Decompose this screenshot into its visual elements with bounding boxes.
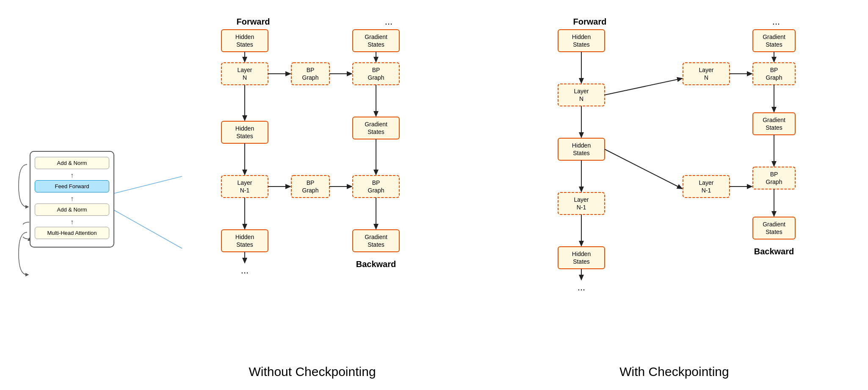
multi-head-attention: Multi-Head Attention [35,227,109,239]
svg-text:Hidden: Hidden [572,33,590,40]
svg-text:N-1: N-1 [701,187,711,194]
without-checkpointing-diagram: Forward ... Hidden States La [131,8,493,360]
with-checkpointing-diagram: Forward ... Hidden States [493,8,855,360]
svg-rect-91 [753,113,795,135]
svg-text:Gradient: Gradient [763,33,785,40]
transformer-box: Add & Norm ↑ Feed Forward ↑ Add & Norm ↑… [30,151,114,248]
svg-rect-87 [753,30,795,52]
svg-text:Graph: Graph [766,178,782,185]
svg-text:States: States [766,228,782,235]
svg-rect-83 [753,63,795,85]
svg-text:Hidden: Hidden [572,142,590,149]
add-norm-bottom: Add & Norm [35,203,109,216]
svg-line-108 [605,149,682,189]
with-checkpointing-section: Forward ... Hidden States [493,8,855,382]
without-checkpointing-svg: Forward ... Hidden States La [185,13,440,360]
svg-text:Layer: Layer [237,67,252,73]
svg-text:N: N [579,95,583,102]
svg-rect-14 [221,121,268,143]
svg-text:Gradient: Gradient [763,117,785,123]
up-arrow-3: ↑ [35,218,109,226]
svg-text:States: States [573,150,590,156]
svg-text:BP: BP [306,179,314,186]
svg-text:BP: BP [306,67,314,73]
svg-rect-48 [353,176,399,198]
svg-text:Graph: Graph [368,74,384,81]
svg-text:Graph: Graph [368,187,384,194]
feed-forward-block: Feed Forward [35,180,109,192]
add-norm-top: Add & Norm [35,157,109,169]
svg-text:Gradient: Gradient [365,33,387,40]
svg-rect-62 [558,84,605,106]
up-arrow-1: ↑ [35,172,109,179]
svg-rect-79 [683,63,730,85]
svg-text:Hidden: Hidden [572,251,590,257]
svg-rect-58 [558,30,605,52]
svg-text:Backward: Backward [754,247,794,256]
svg-text:N-1: N-1 [240,187,249,194]
svg-rect-32 [291,176,329,198]
svg-text:Hidden: Hidden [235,33,254,40]
svg-text:Gradient: Gradient [763,221,785,228]
svg-text:States: States [766,124,782,131]
svg-text:Layer: Layer [574,196,589,203]
svg-text:Layer: Layer [699,179,713,186]
svg-text:N-1: N-1 [576,204,586,211]
svg-text:States: States [236,41,253,48]
svg-text:Layer: Layer [574,88,589,95]
svg-text:Forward: Forward [573,17,606,26]
svg-text:BP: BP [770,67,778,73]
svg-text:Gradient: Gradient [365,121,387,128]
svg-rect-99 [753,167,795,189]
svg-rect-74 [558,247,605,269]
svg-rect-23 [221,230,268,252]
svg-text:...: ... [577,282,585,292]
svg-text:States: States [766,41,782,48]
svg-text:Graph: Graph [766,74,782,81]
svg-rect-28 [291,63,329,85]
svg-rect-44 [353,117,399,139]
diagrams-area: Forward ... Hidden States La [131,8,855,382]
svg-rect-9 [221,63,268,85]
svg-text:Backward: Backward [356,259,396,269]
svg-rect-40 [353,63,399,85]
svg-rect-5 [221,30,268,52]
svg-text:...: ... [240,265,248,276]
with-checkpointing-svg: Forward ... Hidden States [522,13,827,360]
svg-text:Layer: Layer [699,67,713,73]
svg-text:N: N [242,74,246,81]
svg-text:States: States [368,241,384,248]
svg-text:Gradient: Gradient [365,234,387,240]
svg-rect-70 [558,192,605,214]
svg-line-107 [605,78,682,95]
svg-line-2 [114,210,182,248]
svg-text:BP: BP [372,179,380,186]
svg-text:States: States [573,258,590,265]
svg-text:Graph: Graph [302,74,318,81]
svg-text:N: N [704,74,708,81]
svg-text:BP: BP [770,171,778,178]
left-panel: Add & Norm ↑ Feed Forward ↑ Add & Norm ↑… [13,8,131,382]
up-arrow-2: ↑ [35,195,109,203]
svg-text:States: States [573,41,590,48]
svg-text:States: States [236,241,253,248]
svg-rect-66 [558,138,605,160]
svg-text:...: ... [772,16,780,27]
svg-text:Hidden: Hidden [235,234,254,240]
main-container: Add & Norm ↑ Feed Forward ↑ Add & Norm ↑… [0,0,868,390]
connector-lines-svg [114,185,199,270]
self-attn-svg [23,218,30,243]
svg-rect-36 [353,30,399,52]
svg-text:States: States [236,133,253,139]
svg-text:Hidden: Hidden [235,125,254,132]
svg-text:Layer: Layer [237,179,252,186]
svg-rect-95 [683,176,730,198]
svg-text:Graph: Graph [302,187,318,194]
svg-text:...: ... [384,16,392,27]
svg-rect-52 [353,230,399,252]
svg-rect-18 [221,176,268,198]
svg-rect-103 [753,217,795,239]
svg-text:BP: BP [372,67,380,73]
svg-text:States: States [368,41,384,48]
svg-text:States: States [368,128,384,135]
